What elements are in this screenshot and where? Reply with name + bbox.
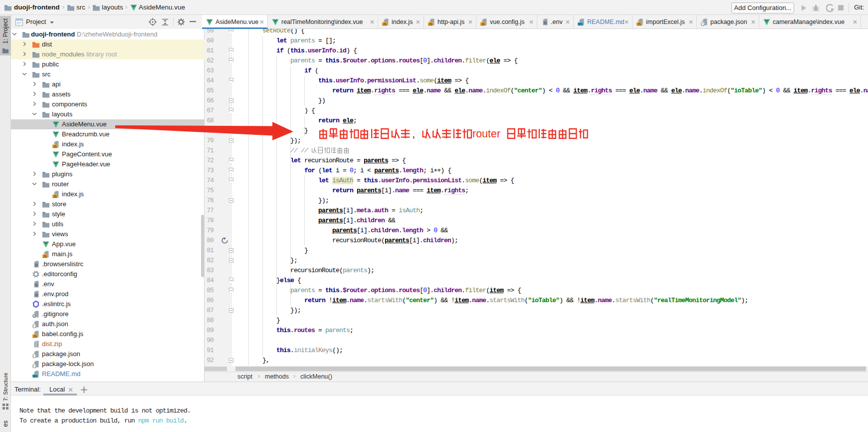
svg-text:router: router (472, 128, 500, 140)
